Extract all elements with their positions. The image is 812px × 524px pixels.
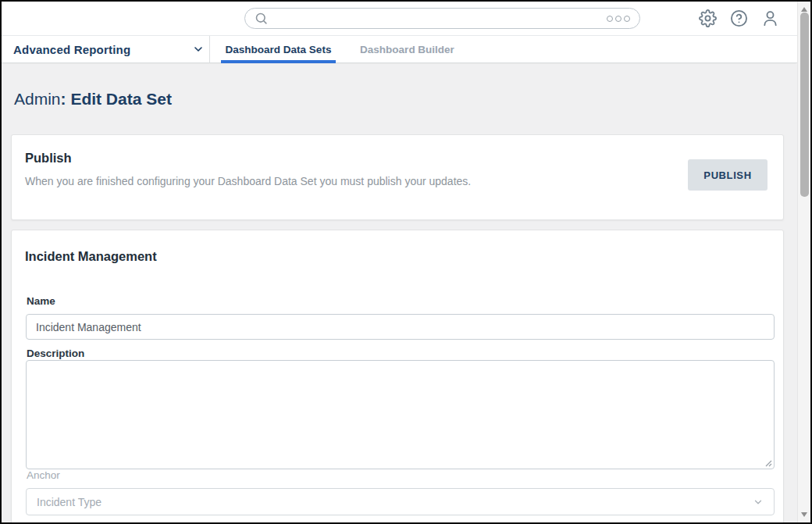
breadcrumb-separator: : — [61, 90, 66, 108]
page-title: Admin: Edit Data Set — [14, 90, 172, 109]
page-scrollbar[interactable] — [797, 2, 810, 522]
publish-description: When you are finished configuring your D… — [25, 175, 471, 187]
module-selector-label: Advanced Reporting — [13, 43, 130, 56]
help-icon[interactable] — [730, 9, 748, 27]
module-selector[interactable]: Advanced Reporting — [13, 36, 205, 62]
topbar-icon-group — [699, 9, 779, 27]
name-label: Name — [27, 295, 55, 307]
nav-row: Advanced Reporting Dashboard Data Sets D… — [2, 35, 797, 63]
chevron-down-icon — [192, 43, 205, 55]
anchor-label: Anchor — [27, 469, 60, 481]
tab-label: Dashboard Data Sets — [226, 44, 332, 55]
chevron-down-icon — [753, 497, 764, 508]
user-account-icon[interactable] — [761, 9, 779, 27]
tab-dashboard-builder[interactable]: Dashboard Builder — [351, 36, 464, 62]
name-input[interactable] — [26, 314, 775, 340]
scroll-down-arrow-icon[interactable] — [801, 512, 807, 517]
app-window: Advanced Reporting Dashboard Data Sets D… — [2, 2, 810, 522]
tab-dashboard-data-sets[interactable]: Dashboard Data Sets — [221, 36, 336, 62]
global-search[interactable] — [244, 8, 640, 29]
resize-grip-icon[interactable] — [764, 458, 772, 467]
dataset-heading: Incident Management — [25, 249, 157, 264]
active-tab-underline — [221, 60, 336, 63]
top-bar — [2, 2, 797, 35]
page-title-main: Edit Data Set — [70, 90, 172, 108]
breadcrumb-prefix: Admin — [14, 90, 61, 108]
scroll-up-arrow-icon[interactable] — [801, 7, 807, 12]
settings-gear-icon[interactable] — [699, 9, 717, 27]
anchor-select-value: Incident Type — [37, 496, 102, 508]
dataset-card: Incident Management Name Description Anc… — [11, 230, 784, 522]
description-textarea[interactable] — [26, 360, 775, 469]
publish-button[interactable]: PUBLISH — [688, 159, 767, 191]
search-options-ellipsis-icon[interactable] — [607, 16, 630, 22]
search-input[interactable] — [274, 12, 607, 24]
nav-divider — [209, 36, 210, 62]
tab-label: Dashboard Builder — [360, 44, 454, 55]
content-area: Admin: Edit Data Set Publish When you ar… — [2, 64, 797, 522]
publish-heading: Publish — [25, 151, 72, 166]
description-label: Description — [27, 348, 84, 359]
search-icon — [255, 12, 268, 25]
publish-card: Publish When you are finished configurin… — [11, 134, 784, 220]
scrollbar-thumb[interactable] — [800, 12, 809, 197]
anchor-select[interactable]: Incident Type — [26, 488, 775, 515]
